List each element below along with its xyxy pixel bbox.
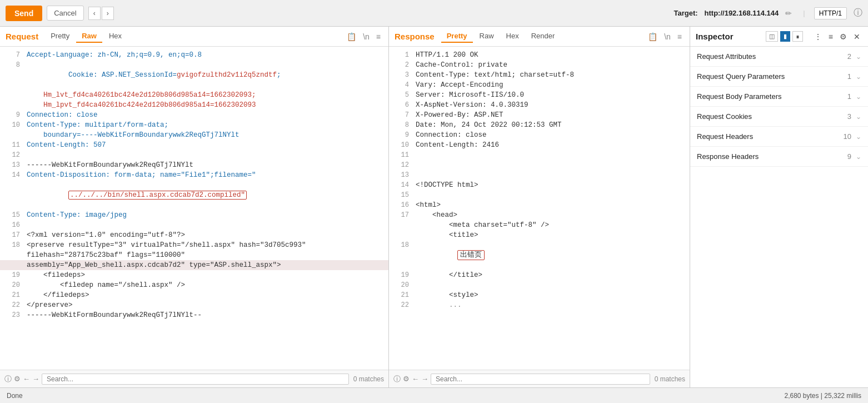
- resp-line-18: 18 出错页: [389, 240, 690, 270]
- tab-response-hex[interactable]: Hex: [501, 30, 525, 43]
- request-line-20: 20 <filedep name="/shell.aspx" />: [0, 280, 388, 290]
- request-help-icon[interactable]: ⓘ: [4, 374, 12, 384]
- resp-line-1: 1 HTTP/1.1 200 OK: [389, 50, 690, 60]
- inspector-row-req-headers[interactable]: Request Headers 10 ⌄: [690, 127, 868, 147]
- resp-line-19: 19 </title>: [389, 270, 690, 280]
- edit-icon[interactable]: ✏: [785, 9, 792, 18]
- resp-line-6: 6 X-AspNet-Version: 4.0.30319: [389, 100, 690, 110]
- resp-line-4: 4 Vary: Accept-Encoding: [389, 80, 690, 90]
- request-search-bar: ⓘ ⚙ ← → 0 matches: [0, 370, 388, 387]
- chevron-down-icon: ⌄: [856, 73, 861, 81]
- request-forward-icon[interactable]: →: [32, 375, 39, 383]
- inspector-settings-icon[interactable]: ⚙: [837, 31, 849, 42]
- response-help-icon[interactable]: ⓘ: [393, 374, 401, 384]
- response-menu-icon[interactable]: ≡: [675, 31, 684, 42]
- response-settings-icon[interactable]: ⚙: [403, 375, 410, 383]
- inspector-close-icon[interactable]: ✕: [851, 31, 862, 42]
- status-bar: Done 2,680 bytes | 25,322 millis: [0, 387, 868, 403]
- request-line-14b: ../../../bin/shell.aspx.cdcab7d2.compile…: [0, 180, 388, 210]
- request-line-10b: boundary=----WebKitFormBoundarywwk2ReqGT…: [0, 130, 388, 140]
- response-newline-icon[interactable]: \n: [662, 31, 673, 42]
- inspector-actions: ◫ ▮ ∎ ⋮ ≡ ⚙ ✕: [766, 31, 862, 42]
- request-line-16: 16: [0, 220, 388, 230]
- inspector-row-request-attributes[interactable]: Request Attributes 2 ⌄: [690, 47, 868, 67]
- request-line-18c: assembly="App_Web_shell.aspx.cdcab7d2" t…: [0, 260, 388, 270]
- resp-line-20: 20: [389, 280, 690, 290]
- chevron-down-icon: ⌄: [856, 53, 861, 61]
- inspector-align-left-icon[interactable]: ⋮: [812, 31, 824, 42]
- chevron-down-icon: ⌄: [856, 133, 861, 141]
- response-forward-icon[interactable]: →: [421, 375, 428, 383]
- request-back-icon[interactable]: ←: [23, 375, 30, 383]
- tab-response-render[interactable]: Render: [526, 30, 561, 43]
- newline-icon[interactable]: \n: [361, 31, 372, 42]
- resp-line-2: 2 Cache-Control: private: [389, 60, 690, 70]
- resp-line-17c: <title>: [389, 230, 690, 240]
- request-line-17: 17 <?xml version="1.0" encoding="utf-8"?…: [0, 230, 388, 240]
- resp-line-21: 21 <style>: [389, 290, 690, 300]
- request-line-12: 12: [0, 150, 388, 160]
- response-panel: Response Pretty Raw Hex Render 📋 \n ≡ 1 …: [389, 27, 690, 387]
- view-grid-icon[interactable]: ∎: [792, 31, 803, 42]
- main-layout: Request Pretty Raw Hex 📋 \n ≡ 7 Accept-L…: [0, 27, 868, 387]
- request-line-18b: filehash="287175c23baf" flags="110000": [0, 250, 388, 260]
- help-icon[interactable]: ⓘ: [854, 7, 862, 19]
- copy-icon[interactable]: 📋: [345, 31, 358, 42]
- tab-request-pretty[interactable]: Pretty: [45, 30, 75, 43]
- chevron-down-icon: ⌄: [856, 153, 861, 161]
- request-line-8: 8 Cookie: ASP.NET_SessionId=gvigofzulthd…: [0, 60, 388, 90]
- status-left: Done: [7, 392, 23, 400]
- chevron-down-icon: ⌄: [856, 113, 861, 121]
- resp-line-10: 10 Content-Length: 2416: [389, 140, 690, 150]
- request-line-21: 21 </filedeps>: [0, 290, 388, 300]
- request-panel: Request Pretty Raw Hex 📋 \n ≡ 7 Accept-L…: [0, 27, 389, 387]
- resp-line-9: 9 Connection: close: [389, 130, 690, 140]
- inspector-row-query-params[interactable]: Request Query Parameters 1 ⌄: [690, 67, 868, 87]
- tab-response-pretty[interactable]: Pretty: [441, 30, 473, 43]
- request-settings-icon[interactable]: ⚙: [14, 375, 21, 383]
- inspector-panel: Inspector ◫ ▮ ∎ ⋮ ≡ ⚙ ✕ Request Attribut…: [690, 27, 868, 387]
- tab-response-raw[interactable]: Raw: [474, 30, 500, 43]
- request-line-8b: Hm_lvt_fd4ca40261bc424e2d120b806d985a14=…: [0, 90, 388, 100]
- request-line-18: 18 <preserve resultType="3" virtualPath=…: [0, 240, 388, 250]
- inspector-row-body-params[interactable]: Request Body Parameters 1 ⌄: [690, 87, 868, 107]
- request-panel-header: Request Pretty Raw Hex 📋 \n ≡: [0, 27, 388, 47]
- request-line-11: 11 Content-Length: 507: [0, 140, 388, 150]
- inspector-row-resp-headers[interactable]: Response Headers 9 ⌄: [690, 147, 868, 167]
- resp-line-11: 11: [389, 150, 690, 160]
- request-panel-actions: 📋 \n ≡: [345, 31, 383, 42]
- inspector-row-cookies[interactable]: Request Cookies 3 ⌄: [690, 107, 868, 127]
- cancel-button[interactable]: Cancel: [47, 6, 83, 21]
- request-line-19: 19 <filedeps>: [0, 270, 388, 280]
- tab-request-raw[interactable]: Raw: [76, 30, 102, 43]
- menu-icon[interactable]: ≡: [374, 31, 383, 42]
- request-line-15: 15 Content-Type: image/jpeg: [0, 210, 388, 220]
- request-title: Request: [6, 32, 38, 41]
- response-panel-header: Response Pretty Raw Hex Render 📋 \n ≡: [389, 27, 690, 47]
- send-button[interactable]: Send: [6, 6, 42, 21]
- inspector-title: Inspector: [696, 32, 766, 41]
- response-search-input[interactable]: [431, 374, 650, 385]
- request-tab-bar: Pretty Raw Hex: [45, 30, 345, 43]
- view-split-icon[interactable]: ◫: [766, 31, 778, 42]
- request-line-9: 9 Connection: close: [0, 110, 388, 120]
- nav-forward-button[interactable]: ›: [102, 7, 114, 20]
- nav-back-button[interactable]: ‹: [88, 7, 101, 20]
- inspector-align-right-icon[interactable]: ≡: [826, 31, 835, 42]
- request-match-count: 0 matches: [353, 375, 384, 383]
- view-single-icon[interactable]: ▮: [780, 31, 790, 42]
- http-version-button[interactable]: HTTP/1: [814, 7, 847, 19]
- response-title: Response: [395, 32, 435, 41]
- resp-line-8: 8 Date: Mon, 24 Oct 2022 00:12:53 GMT: [389, 120, 690, 130]
- request-search-input[interactable]: [42, 374, 349, 385]
- response-search-bar: ⓘ ⚙ ← → 0 matches: [389, 370, 690, 387]
- request-line-10: 10 Content-Type: multipart/form-data;: [0, 120, 388, 130]
- response-panel-actions: 📋 \n ≡: [646, 31, 684, 42]
- resp-line-13: 13: [389, 170, 690, 180]
- resp-line-14: 14 <!DOCTYPE html>: [389, 180, 690, 190]
- response-back-icon[interactable]: ←: [412, 375, 419, 383]
- response-copy-icon[interactable]: 📋: [646, 31, 660, 42]
- tab-request-hex[interactable]: Hex: [103, 30, 127, 43]
- resp-line-5: 5 Server: Microsoft-IIS/10.0: [389, 90, 690, 100]
- response-tab-bar: Pretty Raw Hex Render: [441, 30, 646, 43]
